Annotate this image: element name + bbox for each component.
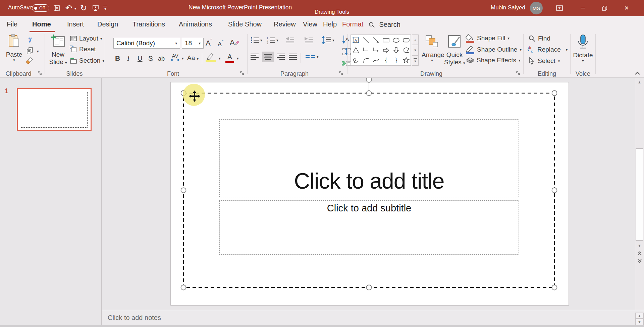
cut-button[interactable]: ✂ xyxy=(24,36,36,45)
font-name-combobox[interactable]: Calibri (Body)▾ xyxy=(113,38,180,49)
line-spacing-button[interactable]: ▾ xyxy=(322,36,334,44)
underline-button[interactable]: U xyxy=(138,55,142,62)
shape-rectangle[interactable] xyxy=(381,35,391,45)
quick-styles-button[interactable]: Quick Styles ▾ xyxy=(444,35,465,67)
shape-arc[interactable] xyxy=(361,55,371,65)
shape-arrow[interactable] xyxy=(371,35,381,45)
replace-button[interactable]: bc Replace ▾ xyxy=(527,46,568,54)
bullets-button[interactable]: ▾ xyxy=(250,36,262,44)
slide-thumbnail[interactable] xyxy=(17,88,92,131)
section-button[interactable]: Section▾ xyxy=(70,57,104,64)
search-box[interactable]: Search xyxy=(368,21,400,28)
increase-indent-button[interactable] xyxy=(305,37,313,44)
tab-file[interactable]: File xyxy=(7,16,17,32)
autosave-toggle[interactable]: Off xyxy=(32,4,49,12)
undo-dropdown-arrow-icon[interactable]: ▾ xyxy=(74,7,76,10)
paste-button[interactable]: Paste ▾ xyxy=(5,34,23,65)
notes-pane[interactable]: Click to add notes xyxy=(102,310,644,325)
tab-transitions[interactable]: Transitions xyxy=(132,16,165,32)
dropdown-arrow-icon[interactable]: ▾ xyxy=(237,57,239,60)
columns-button[interactable]: ▾ xyxy=(305,54,319,59)
font-dialog-launcher-icon[interactable] xyxy=(240,71,245,76)
clear-formatting-button[interactable]: A xyxy=(230,38,239,47)
arrange-button[interactable]: Arrange ▾ xyxy=(422,35,442,67)
shape-star[interactable] xyxy=(401,55,411,65)
dictate-button[interactable]: Dictate ▾ xyxy=(573,34,593,67)
shape-down-arrow[interactable] xyxy=(391,45,401,55)
dropdown-arrow-icon[interactable]: ▾ xyxy=(182,57,184,60)
notes-scroll-up-button[interactable]: ▲ xyxy=(635,313,644,319)
close-button[interactable]: ✕ xyxy=(619,2,634,14)
start-slideshow-button[interactable] xyxy=(90,2,101,14)
shape-text-box[interactable]: A xyxy=(351,35,361,45)
tab-insert[interactable]: Insert xyxy=(67,16,84,32)
drawing-dialog-launcher-icon[interactable] xyxy=(516,71,521,76)
dropdown-arrow-icon[interactable]: ▾ xyxy=(37,50,39,53)
shape-oval[interactable] xyxy=(391,35,401,45)
restore-button[interactable] xyxy=(597,2,612,14)
shape-elbow-arrow-connector[interactable] xyxy=(371,45,381,55)
shape-fill-button[interactable]: Shape Fill▾ xyxy=(466,34,509,43)
italic-button[interactable]: I xyxy=(127,54,129,63)
notes-scroll-down-button[interactable]: ▼ xyxy=(635,319,644,325)
gallery-scroll-down-button[interactable]: ▼ xyxy=(412,45,419,55)
reset-button[interactable]: Reset xyxy=(70,46,96,53)
shape-right-arrow[interactable] xyxy=(381,45,391,55)
scroll-up-button[interactable]: ▲ xyxy=(635,79,644,85)
shape-curve[interactable] xyxy=(371,55,381,65)
save-button[interactable] xyxy=(51,2,62,14)
tab-help[interactable]: Help xyxy=(323,16,337,32)
tab-review[interactable]: Review xyxy=(274,16,296,32)
gallery-scroll-up-button[interactable]: ▲ xyxy=(412,35,419,45)
title-placeholder[interactable]: Click to add title xyxy=(219,119,519,197)
font-size-combobox[interactable]: 18▾ xyxy=(182,38,204,49)
redo-button[interactable]: ↻ xyxy=(78,2,89,14)
format-painter-button[interactable] xyxy=(24,56,36,66)
text-shadow-button[interactable]: S xyxy=(148,55,153,62)
scroll-down-button[interactable]: ▼ xyxy=(635,243,644,249)
layout-button[interactable]: Layout▾ xyxy=(70,35,102,42)
customize-qat-button[interactable]: ▾ xyxy=(103,6,107,11)
character-spacing-button[interactable]: AV xyxy=(171,53,179,61)
numbering-button[interactable]: 123 ▾ xyxy=(266,36,278,44)
shape-right-brace[interactable]: } xyxy=(391,55,401,65)
change-case-button[interactable]: Aa ▾ xyxy=(187,54,199,62)
find-button[interactable]: Find xyxy=(528,35,550,42)
new-slide-button[interactable]: New Slide ▾ xyxy=(48,34,68,66)
avatar[interactable]: MS xyxy=(530,2,543,14)
scrollbar-thumb[interactable] xyxy=(636,148,643,241)
gallery-more-button[interactable]: ▼ xyxy=(412,55,419,66)
slide-canvas[interactable]: Click to add title Click to add subtitle xyxy=(170,82,569,306)
shape-rounded-rectangle[interactable] xyxy=(401,35,411,45)
minimize-button[interactable] xyxy=(575,2,590,14)
copy-button[interactable] xyxy=(24,46,36,56)
shape-freeform[interactable] xyxy=(401,45,411,55)
shape-outline-button[interactable]: Shape Outline▾ xyxy=(466,45,522,54)
font-color-button[interactable]: A xyxy=(225,53,234,63)
tab-format[interactable]: Format xyxy=(342,16,363,32)
previous-slide-button[interactable] xyxy=(635,250,644,257)
undo-button[interactable]: ↶ xyxy=(63,2,74,14)
tab-slide-show[interactable]: Slide Show xyxy=(228,16,262,32)
text-highlight-color-button[interactable] xyxy=(205,52,216,62)
ribbon-display-options-button[interactable] xyxy=(554,2,565,14)
clipboard-dialog-launcher-icon[interactable] xyxy=(38,71,42,76)
shape-elbow-connector[interactable] xyxy=(361,45,371,55)
tab-view[interactable]: View xyxy=(303,16,317,32)
decrease-font-size-button[interactable]: Aˇ xyxy=(218,40,223,48)
dropdown-arrow-icon[interactable]: ▾ xyxy=(219,57,221,60)
shape-effects-button[interactable]: Shape Effects▾ xyxy=(466,56,520,64)
next-slide-button[interactable] xyxy=(635,258,644,264)
paragraph-dialog-launcher-icon[interactable] xyxy=(339,71,343,76)
bold-button[interactable]: B xyxy=(115,54,120,62)
tab-design[interactable]: Design xyxy=(97,16,118,32)
shapes-gallery[interactable]: A { } xyxy=(351,35,411,66)
notes-placeholder[interactable]: Click to add notes xyxy=(108,314,161,322)
tab-animations[interactable]: Animations xyxy=(179,16,212,32)
shape-triangle[interactable] xyxy=(351,45,361,55)
collapse-ribbon-button[interactable] xyxy=(635,71,640,75)
shape-left-brace[interactable]: { xyxy=(381,55,391,65)
align-center-button[interactable] xyxy=(262,52,274,62)
strikethrough-button[interactable]: ab xyxy=(158,55,165,62)
increase-font-size-button[interactable]: Aˆ xyxy=(206,38,212,48)
